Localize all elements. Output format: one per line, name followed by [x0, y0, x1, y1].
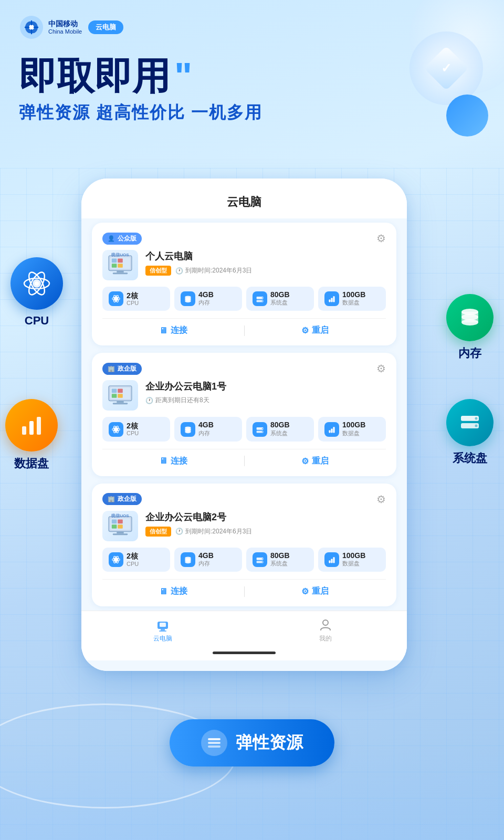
spec-text-data-2: 100GB 数据盘 [342, 421, 365, 437]
memory-circle [446, 294, 494, 341]
restart-icon-3: ⚙ [301, 586, 309, 596]
expire-text-2: 距离到期日还有8天 [155, 396, 209, 405]
card-actions-3: 🖥 连接 ⚙ 重启 [102, 579, 386, 597]
spec-label-cpu-1: CPU [127, 300, 139, 306]
spec-sys-3: 80GB 系统盘 [246, 548, 314, 572]
svg-point-40 [262, 301, 263, 302]
svg-rect-48 [112, 389, 117, 393]
spec-value-sys-1: 80GB [270, 291, 290, 299]
tab-mine[interactable]: 我的 [244, 617, 407, 643]
spec-cpu-3: 2核 CPU [102, 548, 170, 572]
gear-icon-1[interactable]: ⚙ [376, 232, 386, 245]
spec-cpu-1: 2核 CPU [102, 287, 170, 311]
spec-label-data-2: 数据盘 [342, 429, 365, 437]
spec-value-sys-2: 80GB [270, 421, 290, 429]
phone-inner: 云电脑 👤 公众版 ⚙ 统信UOS [81, 178, 407, 671]
tab-mine-label: 我的 [319, 634, 332, 643]
hero-subtitle: 弹性资源 超高性价比 一机多用 [19, 101, 485, 124]
svg-rect-91 [333, 557, 334, 563]
building-icon: 🏢 [108, 365, 115, 372]
expire-info-3: 🕐 到期时间:2024年6月3日 [175, 527, 252, 536]
spec-data-icon-3 [324, 552, 339, 567]
restart-btn-1[interactable]: ⚙ 重启 [245, 325, 386, 336]
spec-text-cpu-1: 2核 CPU [127, 292, 139, 306]
svg-point-14 [461, 319, 478, 326]
pc-name-1: 个人云电脑 [145, 250, 386, 262]
badge-label-1: 公众版 [118, 234, 136, 243]
gear-icon-3[interactable]: ⚙ [376, 493, 386, 506]
spec-text-data-1: 100GB 数据盘 [342, 291, 365, 307]
badge-gov-3: 🏢 政企版 [102, 493, 142, 505]
home-bar [213, 652, 276, 654]
svg-rect-72 [112, 519, 117, 523]
clock-icon-3: 🕐 [175, 528, 183, 535]
atom-icon [23, 269, 51, 298]
phone-nav-title: 云电脑 [81, 178, 407, 218]
svg-rect-95 [159, 631, 166, 632]
spec-label-cpu-2: CPU [127, 430, 139, 436]
card-header-3: 🏢 政企版 ⚙ [102, 493, 386, 506]
spec-value-sys-3: 80GB [270, 552, 290, 560]
elastic-resource-button[interactable]: 弹性资源 [170, 719, 334, 766]
tab-cloud-pc[interactable]: 云电脑 [81, 617, 244, 643]
pc-meta-3: 信创型 🕐 到期时间:2024年6月3日 [145, 527, 386, 537]
hero-quote: " [174, 56, 192, 97]
svg-point-88 [262, 561, 263, 562]
spec-label-mem-2: 内存 [198, 429, 214, 437]
spec-data-2: 100GB 数据盘 [318, 417, 386, 441]
restart-btn-2[interactable]: ⚙ 重启 [245, 456, 386, 467]
connect-label-1: 连接 [171, 325, 187, 336]
pc-meta-1: 信创型 🕐 到期时间:2024年6月3日 [145, 266, 386, 276]
pc-name-2: 企业办公云电脑1号 [145, 380, 386, 393]
mine-tab-icon [318, 617, 333, 632]
connect-btn-1[interactable]: 🖥 连接 [102, 325, 244, 336]
badge-label-2: 政企版 [118, 364, 136, 373]
sys-disk-circle [446, 399, 494, 446]
svg-rect-23 [113, 272, 128, 274]
connect-btn-2[interactable]: 🖥 连接 [102, 456, 244, 467]
svg-rect-51 [118, 394, 123, 398]
expire-info-1: 🕐 到期时间:2024年6月3日 [175, 266, 252, 275]
svg-rect-71 [113, 533, 128, 535]
spec-label-sys-1: 系统盘 [270, 299, 290, 307]
spec-text-mem-2: 4GB 内存 [198, 421, 214, 437]
restart-btn-3[interactable]: ⚙ 重启 [245, 586, 386, 597]
brand-cn-text: 中国移动 [48, 20, 82, 28]
pc-info-3: 企业办公云电脑2号 信创型 🕐 到期时间:2024年6月3日 [145, 511, 386, 537]
spec-text-cpu-3: 2核 CPU [127, 552, 139, 566]
svg-point-84 [185, 561, 191, 563]
connect-btn-3[interactable]: 🖥 连接 [102, 586, 244, 597]
svg-rect-65 [329, 430, 330, 433]
pc-meta-2: 🕐 距离到期日还有8天 [145, 396, 386, 405]
spec-label-sys-2: 系统盘 [270, 429, 290, 437]
cpu-label: CPU [25, 314, 49, 328]
spec-mem-icon-3 [181, 552, 195, 567]
spec-mem-3: 4GB 内存 [174, 548, 242, 572]
data-disk-label: 数据盘 [14, 456, 49, 471]
specs-row-2: 2核 CPU 4GB 内存 [102, 417, 386, 441]
svg-rect-24 [112, 259, 117, 263]
person-icon: 👤 [108, 235, 115, 242]
expire-info-2: 🕐 距离到期日还有8天 [145, 396, 209, 405]
spec-text-cpu-2: 2核 CPU [127, 422, 139, 436]
expire-text-1: 到期时间:2024年6月3日 [185, 266, 252, 275]
restart-icon-2: ⚙ [301, 456, 309, 466]
svg-rect-73 [118, 519, 123, 523]
badge-public-1: 👤 公众版 [102, 233, 142, 245]
svg-point-6 [35, 281, 39, 286]
spec-data-3: 100GB 数据盘 [318, 548, 386, 572]
connect-icon-3: 🖥 [159, 587, 167, 596]
svg-point-19 [475, 425, 478, 427]
spec-cpu-icon-3 [109, 552, 123, 567]
gear-icon-2[interactable]: ⚙ [376, 362, 386, 375]
elastic-btn-area: 弹性资源 [170, 719, 334, 766]
spec-data-icon-2 [324, 422, 339, 437]
spec-label-data-3: 数据盘 [342, 560, 365, 568]
pc-screen-svg-3 [107, 516, 133, 537]
pc-card-2: 🏢 政企版 ⚙ [92, 353, 396, 476]
pc-screen-svg-2 [107, 385, 133, 406]
float-memory: 内存 [446, 294, 494, 361]
float-data-disk: 数据盘 [5, 399, 58, 471]
pc-cards-container: 👤 公众版 ⚙ 统信UOS [81, 218, 407, 611]
spec-value-mem-3: 4GB [198, 552, 214, 560]
